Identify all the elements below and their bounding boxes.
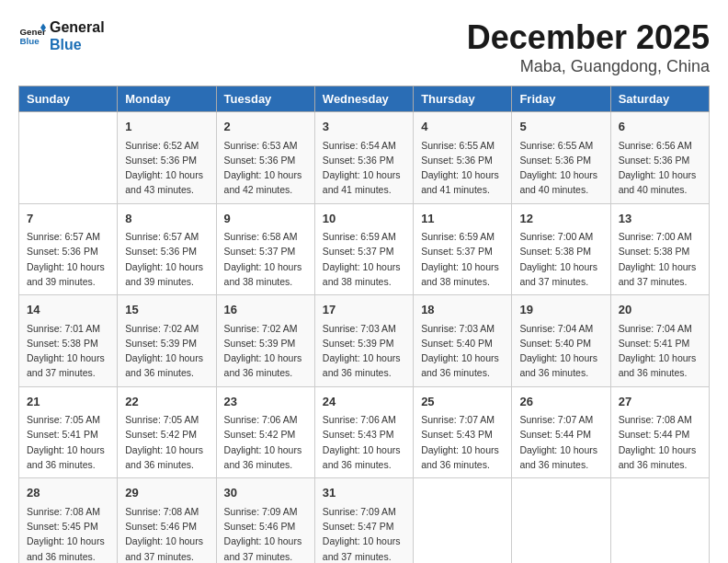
calendar-cell — [512, 478, 610, 563]
calendar-cell: 27Sunrise: 7:08 AMSunset: 5:44 PMDayligh… — [610, 386, 709, 478]
day-info: Sunrise: 7:04 AMSunset: 5:41 PMDaylight:… — [619, 321, 701, 381]
calendar-cell: 28Sunrise: 7:08 AMSunset: 5:45 PMDayligh… — [19, 478, 118, 563]
calendar-cell: 2Sunrise: 6:53 AMSunset: 5:36 PMDaylight… — [216, 112, 314, 204]
weekday-header-tuesday: Tuesday — [216, 86, 314, 112]
day-number: 23 — [224, 393, 307, 411]
day-info: Sunrise: 7:05 AMSunset: 5:42 PMDaylight:… — [125, 412, 208, 472]
day-number: 1 — [125, 118, 208, 136]
day-number: 16 — [224, 301, 307, 319]
day-info: Sunrise: 7:01 AMSunset: 5:38 PMDaylight:… — [27, 321, 109, 381]
calendar-cell: 12Sunrise: 7:00 AMSunset: 5:38 PMDayligh… — [512, 203, 610, 295]
calendar-cell — [610, 478, 709, 563]
month-title: December 2025 — [467, 18, 710, 57]
day-number: 10 — [323, 210, 405, 228]
calendar-cell: 16Sunrise: 7:02 AMSunset: 5:39 PMDayligh… — [216, 295, 314, 387]
weekday-header-sunday: Sunday — [19, 86, 118, 112]
day-info: Sunrise: 7:06 AMSunset: 5:43 PMDaylight:… — [323, 412, 405, 472]
calendar-cell: 7Sunrise: 6:57 AMSunset: 5:36 PMDaylight… — [19, 203, 118, 295]
day-number: 29 — [125, 484, 208, 502]
day-number: 18 — [421, 301, 504, 319]
day-number: 8 — [125, 210, 208, 228]
calendar-cell: 14Sunrise: 7:01 AMSunset: 5:38 PMDayligh… — [19, 295, 118, 387]
day-number: 14 — [27, 301, 109, 319]
day-number: 17 — [323, 301, 405, 319]
day-info: Sunrise: 7:05 AMSunset: 5:41 PMDaylight:… — [27, 412, 109, 472]
title-section: December 2025 Maba, Guangdong, China — [467, 18, 710, 76]
header: General Blue General Blue December 2025 … — [18, 18, 710, 76]
day-number: 20 — [619, 301, 701, 319]
week-row-1: 1Sunrise: 6:52 AMSunset: 5:36 PMDaylight… — [19, 112, 710, 204]
calendar-cell: 6Sunrise: 6:56 AMSunset: 5:36 PMDaylight… — [610, 112, 709, 204]
calendar-cell: 22Sunrise: 7:05 AMSunset: 5:42 PMDayligh… — [118, 386, 216, 478]
calendar-cell: 20Sunrise: 7:04 AMSunset: 5:41 PMDayligh… — [610, 295, 709, 387]
logo-icon: General Blue — [18, 22, 46, 50]
logo: General Blue General Blue — [18, 18, 105, 53]
day-number: 7 — [27, 210, 109, 228]
week-row-2: 7Sunrise: 6:57 AMSunset: 5:36 PMDaylight… — [19, 203, 710, 295]
day-info: Sunrise: 7:02 AMSunset: 5:39 PMDaylight:… — [125, 321, 208, 381]
day-number: 27 — [619, 393, 701, 411]
day-number: 19 — [519, 301, 602, 319]
calendar-cell: 10Sunrise: 6:59 AMSunset: 5:37 PMDayligh… — [314, 203, 413, 295]
day-info: Sunrise: 6:56 AMSunset: 5:36 PMDaylight:… — [619, 138, 701, 198]
day-info: Sunrise: 7:06 AMSunset: 5:42 PMDaylight:… — [224, 412, 307, 472]
day-info: Sunrise: 7:03 AMSunset: 5:39 PMDaylight:… — [323, 321, 405, 381]
weekday-header-saturday: Saturday — [610, 86, 709, 112]
calendar-cell: 8Sunrise: 6:57 AMSunset: 5:36 PMDaylight… — [118, 203, 216, 295]
calendar-cell: 1Sunrise: 6:52 AMSunset: 5:36 PMDaylight… — [118, 112, 216, 204]
day-number: 24 — [323, 393, 405, 411]
calendar-cell: 13Sunrise: 7:00 AMSunset: 5:38 PMDayligh… — [610, 203, 709, 295]
day-info: Sunrise: 7:00 AMSunset: 5:38 PMDaylight:… — [519, 229, 602, 289]
week-row-3: 14Sunrise: 7:01 AMSunset: 5:38 PMDayligh… — [19, 295, 710, 387]
day-info: Sunrise: 7:02 AMSunset: 5:39 PMDaylight:… — [224, 321, 307, 381]
day-number: 6 — [619, 118, 701, 136]
day-number: 28 — [27, 484, 109, 502]
day-info: Sunrise: 6:59 AMSunset: 5:37 PMDaylight:… — [323, 229, 405, 289]
calendar-body: 1Sunrise: 6:52 AMSunset: 5:36 PMDaylight… — [19, 112, 710, 564]
svg-marker-2 — [40, 24, 46, 29]
day-number: 12 — [519, 210, 602, 228]
day-info: Sunrise: 6:53 AMSunset: 5:36 PMDaylight:… — [224, 138, 307, 198]
calendar-cell: 3Sunrise: 6:54 AMSunset: 5:36 PMDaylight… — [314, 112, 413, 204]
day-info: Sunrise: 7:07 AMSunset: 5:43 PMDaylight:… — [421, 412, 504, 472]
calendar-cell: 18Sunrise: 7:03 AMSunset: 5:40 PMDayligh… — [414, 295, 512, 387]
calendar-cell — [19, 112, 118, 204]
day-info: Sunrise: 7:08 AMSunset: 5:46 PMDaylight:… — [125, 504, 208, 563]
day-info: Sunrise: 6:55 AMSunset: 5:36 PMDaylight:… — [421, 138, 504, 198]
day-info: Sunrise: 7:09 AMSunset: 5:46 PMDaylight:… — [224, 504, 307, 563]
day-number: 25 — [421, 393, 504, 411]
week-row-4: 21Sunrise: 7:05 AMSunset: 5:41 PMDayligh… — [19, 386, 710, 478]
day-info: Sunrise: 6:57 AMSunset: 5:36 PMDaylight:… — [125, 229, 208, 289]
calendar-cell: 21Sunrise: 7:05 AMSunset: 5:41 PMDayligh… — [19, 386, 118, 478]
weekday-header-wednesday: Wednesday — [314, 86, 413, 112]
day-info: Sunrise: 6:55 AMSunset: 5:36 PMDaylight:… — [519, 138, 602, 198]
day-number: 15 — [125, 301, 208, 319]
week-row-5: 28Sunrise: 7:08 AMSunset: 5:45 PMDayligh… — [19, 478, 710, 563]
day-info: Sunrise: 7:00 AMSunset: 5:38 PMDaylight:… — [619, 229, 701, 289]
day-info: Sunrise: 6:59 AMSunset: 5:37 PMDaylight:… — [421, 229, 504, 289]
day-info: Sunrise: 6:52 AMSunset: 5:36 PMDaylight:… — [125, 138, 208, 198]
day-number: 11 — [421, 210, 504, 228]
calendar-cell: 4Sunrise: 6:55 AMSunset: 5:36 PMDaylight… — [414, 112, 512, 204]
day-number: 5 — [519, 118, 602, 136]
calendar-cell: 24Sunrise: 7:06 AMSunset: 5:43 PMDayligh… — [314, 386, 413, 478]
day-info: Sunrise: 6:54 AMSunset: 5:36 PMDaylight:… — [323, 138, 405, 198]
day-info: Sunrise: 7:04 AMSunset: 5:40 PMDaylight:… — [519, 321, 602, 381]
calendar-cell: 19Sunrise: 7:04 AMSunset: 5:40 PMDayligh… — [512, 295, 610, 387]
day-number: 13 — [619, 210, 701, 228]
calendar-table: SundayMondayTuesdayWednesdayThursdayFrid… — [18, 86, 710, 563]
day-info: Sunrise: 7:08 AMSunset: 5:45 PMDaylight:… — [27, 504, 109, 563]
calendar-cell — [414, 478, 512, 563]
location-title: Maba, Guangdong, China — [467, 57, 710, 76]
day-number: 22 — [125, 393, 208, 411]
day-info: Sunrise: 6:58 AMSunset: 5:37 PMDaylight:… — [224, 229, 307, 289]
day-info: Sunrise: 7:08 AMSunset: 5:44 PMDaylight:… — [619, 412, 701, 472]
day-number: 30 — [224, 484, 307, 502]
calendar-cell: 9Sunrise: 6:58 AMSunset: 5:37 PMDaylight… — [216, 203, 314, 295]
logo-line2: Blue — [50, 36, 105, 53]
calendar-cell: 25Sunrise: 7:07 AMSunset: 5:43 PMDayligh… — [414, 386, 512, 478]
day-number: 3 — [323, 118, 405, 136]
calendar-cell: 15Sunrise: 7:02 AMSunset: 5:39 PMDayligh… — [118, 295, 216, 387]
calendar-cell: 30Sunrise: 7:09 AMSunset: 5:46 PMDayligh… — [216, 478, 314, 563]
day-number: 21 — [27, 393, 109, 411]
